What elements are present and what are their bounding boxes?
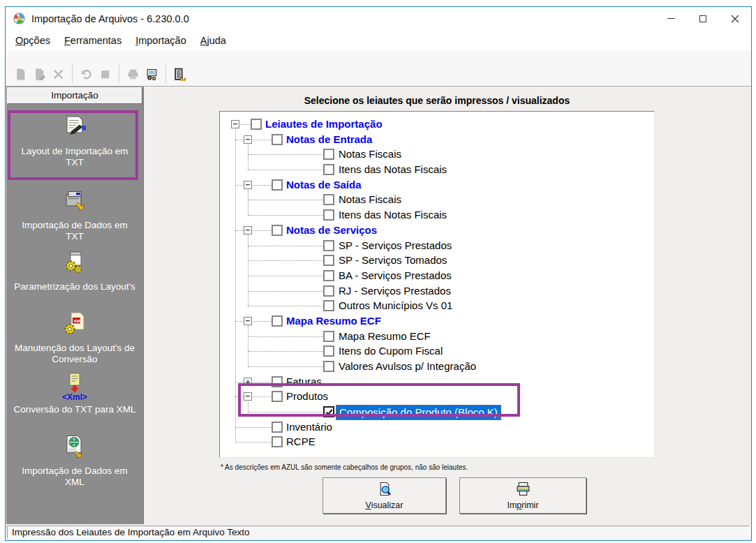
- tree-connector: [235, 427, 274, 428]
- checkbox-unchecked[interactable]: [323, 194, 334, 205]
- checkbox-unchecked[interactable]: [323, 209, 334, 221]
- tree-row: −Produtos: [220, 389, 654, 404]
- preview-icon: [377, 482, 392, 498]
- sidebar-item-6[interactable]: Importação de Dados em XML: [6, 427, 143, 489]
- tree-node-label[interactable]: SP - Serviços Prestados: [339, 238, 452, 253]
- checkbox-unchecked[interactable]: [272, 179, 283, 191]
- checkbox-unchecked[interactable]: [323, 270, 334, 281]
- tree-node-label[interactable]: Outros Municípios Vs 01: [339, 298, 452, 313]
- sidebar-item-2[interactable]: Importação de Dados em TXT: [6, 181, 143, 243]
- tree-node-label[interactable]: RCPE: [286, 434, 316, 449]
- sidebar-item-1[interactable]: Layout de Importação em TXT: [6, 105, 143, 181]
- tree-node-label[interactable]: Notas de Serviços: [286, 223, 377, 238]
- tree-node-label[interactable]: Notas de Saída: [286, 177, 362, 193]
- collapse-toggle[interactable]: −: [244, 135, 252, 144]
- tree-connector: [235, 321, 274, 322]
- app-window: Importação de Arquivos - 6.230.0.0 Opçõe…: [5, 6, 752, 541]
- tree-row: Composição do Produto (Bloco K): [220, 404, 654, 419]
- tree-row: Outros Municípios Vs 01: [220, 298, 654, 313]
- tree-node-label[interactable]: Leiautes de Importação: [265, 117, 383, 132]
- tree-connector: [248, 412, 326, 412]
- checkbox-unchecked[interactable]: [323, 300, 334, 311]
- collapse-toggle[interactable]: −: [244, 181, 252, 189]
- checkbox-unchecked[interactable]: [323, 345, 334, 357]
- svg-text:XML: XML: [74, 319, 83, 323]
- collapse-toggle[interactable]: −: [244, 392, 252, 401]
- checkbox-unchecked[interactable]: [251, 119, 262, 130]
- tree-node-label[interactable]: Composição do Produto (Bloco K): [336, 405, 501, 420]
- expand-toggle[interactable]: +: [244, 378, 252, 386]
- exit-icon[interactable]: [170, 65, 189, 83]
- tree-row: −Leiautes de Importação: [220, 117, 654, 132]
- menu-item-ferramentas[interactable]: Ferramentas: [57, 32, 128, 49]
- tree-node-label[interactable]: Valores Avulsos p/ Integração: [339, 359, 476, 374]
- checkbox-checked[interactable]: [323, 406, 334, 417]
- tree-node-label[interactable]: BA - Serviços Prestados: [339, 268, 452, 283]
- sidebar: Importação Layout de Importação em TXTIm…: [6, 87, 144, 524]
- imprimir-button[interactable]: Imprimir: [459, 477, 586, 514]
- screenshot-stage: Importação de Arquivos - 6.230.0.0 Opçõe…: [0, 0, 756, 543]
- tree-connector: [248, 336, 326, 337]
- checkbox-unchecked[interactable]: [272, 134, 283, 145]
- visualizar-button[interactable]: Visualizar: [323, 477, 446, 514]
- checkbox-unchecked[interactable]: [323, 285, 334, 297]
- checkbox-unchecked[interactable]: [272, 315, 283, 327]
- checkbox-unchecked[interactable]: [323, 331, 334, 342]
- checkbox-unchecked[interactable]: [272, 422, 283, 433]
- checkbox-unchecked[interactable]: [272, 436, 283, 447]
- tree-row: SP - Serviços Tomados: [220, 253, 654, 268]
- checkbox-unchecked[interactable]: [323, 361, 334, 372]
- tree-node-label[interactable]: Mapa Resumo ECF: [286, 313, 381, 329]
- collapse-toggle[interactable]: −: [231, 120, 239, 128]
- tree-node-label[interactable]: RJ - Serviços Prestados: [339, 283, 451, 299]
- checkbox-unchecked[interactable]: [272, 225, 283, 236]
- tree-node-label[interactable]: Itens do Cupom Fiscal: [339, 343, 443, 359]
- tree-node-label[interactable]: Notas Fiscais: [339, 147, 401, 162]
- tree-node-label[interactable]: Itens das Notas Fiscais: [339, 207, 447, 223]
- minimize-button[interactable]: [655, 7, 687, 30]
- xml-import-icon: [62, 434, 87, 463]
- tree-connector: [235, 230, 274, 231]
- menu-item-importacao[interactable]: Importação: [128, 32, 193, 49]
- sidebar-item-label: Importação de Dados em XML: [13, 466, 136, 488]
- sidebar-item-3[interactable]: Parametrização dos Layout's: [6, 243, 143, 304]
- tree-caption: Selecione os leiautes que serão impresso…: [219, 95, 655, 106]
- maximize-button[interactable]: [687, 7, 719, 30]
- sidebar-item-label: Importação de Dados em TXT: [13, 220, 136, 242]
- checkbox-unchecked[interactable]: [323, 149, 334, 160]
- tree-row: Inventário: [220, 419, 654, 435]
- tree-row: Notas Fiscais: [220, 192, 654, 207]
- tree-node-label[interactable]: Produtos: [286, 389, 328, 404]
- sidebar-item-5[interactable]: <Xml>Conversão do TXT para XML: [6, 366, 143, 427]
- collapse-toggle[interactable]: −: [244, 226, 252, 235]
- checkbox-unchecked[interactable]: [323, 255, 334, 266]
- sidebar-item-4[interactable]: XMLManutenção dos Layout's de Conversão: [6, 304, 143, 366]
- tree-connector: [248, 260, 326, 261]
- tree-node-label[interactable]: Faturas: [286, 374, 322, 389]
- tree-node-label[interactable]: Notas de Entrada: [286, 132, 372, 147]
- stop-icon: [96, 65, 114, 83]
- close-button[interactable]: [719, 7, 751, 30]
- tree-connector: [248, 154, 326, 155]
- checkbox-unchecked[interactable]: [323, 164, 334, 175]
- menu-item-ajuda[interactable]: Ajuda: [193, 32, 233, 49]
- window-title: Importação de Arquivos - 6.230.0.0: [31, 13, 189, 24]
- tree-node-label[interactable]: Notas Fiscais: [339, 192, 401, 207]
- sidebar-header[interactable]: Importação: [7, 87, 142, 104]
- checkbox-unchecked[interactable]: [323, 240, 334, 251]
- checkbox-unchecked[interactable]: [272, 391, 283, 402]
- checkbox-unchecked[interactable]: [272, 376, 283, 387]
- tree-connector: [248, 402, 249, 412]
- collapse-toggle[interactable]: −: [244, 317, 252, 325]
- menu-item-opcoes[interactable]: Opções: [8, 32, 57, 49]
- tree-node-label[interactable]: Mapa Resumo ECF: [339, 329, 431, 344]
- tree-connector: [235, 129, 236, 442]
- tree-connector: [248, 190, 249, 215]
- tree-node-label[interactable]: Inventário: [286, 419, 332, 435]
- print-icon: [516, 482, 531, 498]
- conversion-maintenance-icon: XML: [62, 311, 87, 341]
- tree-node-label[interactable]: Itens das Notas Fiscais: [339, 162, 447, 177]
- tree-connector: [248, 366, 326, 367]
- configuration-icon[interactable]: [142, 65, 161, 83]
- tree-node-label[interactable]: SP - Serviços Tomados: [339, 253, 447, 268]
